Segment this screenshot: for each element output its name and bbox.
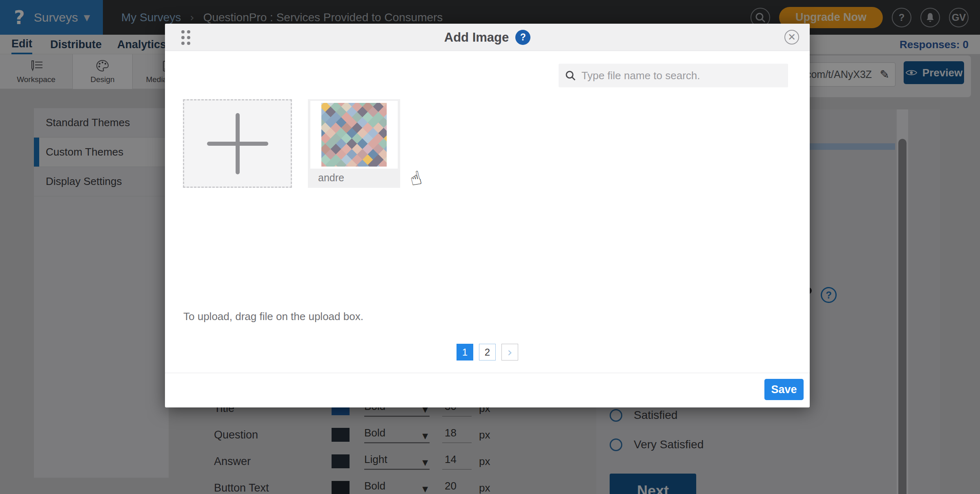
- search-icon: [565, 70, 576, 81]
- thumbnail-frame: [310, 101, 398, 169]
- upload-hint-text: To upload, drag file on the upload box.: [183, 310, 363, 323]
- add-image-modal: Add Image ? ✕ andre ☝ To upload, drag fi…: [165, 24, 810, 407]
- upload-dropzone[interactable]: [183, 99, 292, 188]
- page-button-1[interactable]: 1: [457, 344, 473, 360]
- close-icon[interactable]: ✕: [784, 30, 799, 45]
- mouse-pointer-cursor-icon: ☝: [408, 166, 424, 190]
- app-screen: ? Surveys ▼ My Surveys › QuestionPro : S…: [0, 0, 980, 494]
- modal-title: Add Image: [444, 30, 509, 45]
- file-search-box: [559, 64, 788, 87]
- plus-icon: [236, 113, 240, 174]
- file-search-input[interactable]: [581, 69, 782, 82]
- image-thumbnail-andre[interactable]: andre: [308, 99, 400, 188]
- modal-footer: Save: [165, 373, 810, 407]
- next-page-chevron-icon[interactable]: ›: [501, 344, 518, 360]
- page-button-2[interactable]: 2: [479, 344, 496, 360]
- thumbnail-image: [321, 103, 387, 167]
- save-button[interactable]: Save: [764, 379, 804, 400]
- thumbnail-filename: andre: [318, 172, 344, 184]
- pagination: 1 2 ›: [165, 344, 810, 360]
- modal-header: Add Image ? ✕: [165, 24, 810, 51]
- modal-help-icon[interactable]: ?: [515, 30, 530, 45]
